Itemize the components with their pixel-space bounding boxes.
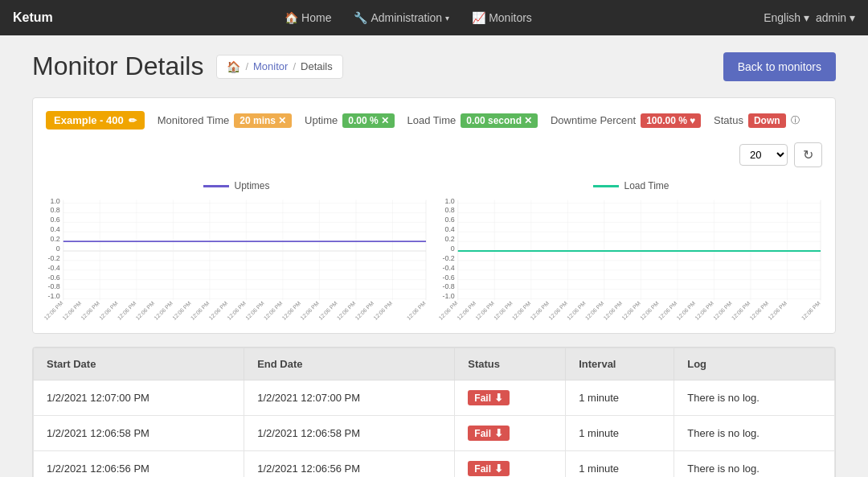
svg-text:12:06 PM: 12:06 PM: [493, 300, 514, 321]
svg-text:12:06 PM: 12:06 PM: [511, 300, 532, 321]
x-icon: ✕: [278, 115, 286, 126]
breadcrumb: 🏠 / Monitor / Details: [216, 55, 342, 79]
svg-text:0.6: 0.6: [50, 216, 59, 224]
down-arrow-icon: ⬇: [494, 463, 503, 475]
svg-text:12:06 PM: 12:06 PM: [153, 300, 174, 321]
monitor-header: Example - 400 ✏ Monitored Time 20 mins ✕…: [46, 111, 822, 167]
nav-monitors[interactable]: 📈 Monitors: [462, 6, 542, 29]
page-header: Monitor Details 🏠 / Monitor / Details Ba…: [32, 51, 836, 81]
monitor-name-label: Example - 400: [54, 114, 124, 126]
breadcrumb-home[interactable]: 🏠: [227, 60, 240, 73]
status-stat: Status Down ⓘ: [714, 113, 800, 128]
home-icon: 🏠: [285, 11, 298, 24]
svg-text:0.2: 0.2: [50, 235, 59, 243]
cell-end-date: 1/2/2021 12:07:00 PM: [244, 380, 455, 416]
svg-text:0: 0: [56, 245, 60, 253]
breadcrumb-details: Details: [301, 60, 333, 72]
uptime-x-icon: ✕: [381, 115, 389, 126]
data-table-card: Start Date End Date Status Interval Log …: [32, 347, 836, 477]
svg-text:12:06 PM: 12:06 PM: [226, 300, 247, 321]
user-caret: ▾: [850, 11, 855, 24]
nav-administration[interactable]: 🔧 Administration ▾: [344, 6, 459, 29]
svg-text:12:06 PM: 12:06 PM: [657, 300, 678, 321]
load-x-icon: ✕: [524, 115, 532, 126]
down-arrow-icon: ⬇: [494, 392, 503, 404]
brand-logo: Ketum: [13, 10, 53, 25]
uptime-legend-line: [203, 185, 229, 187]
svg-text:12:06 PM: 12:06 PM: [566, 300, 587, 321]
cell-start-date: 1/2/2021 12:06:58 PM: [34, 416, 244, 451]
load-time-stat: Load Time 0.00 second ✕: [407, 113, 538, 128]
cell-log: There is no log.: [674, 451, 835, 478]
svg-text:12:06 PM: 12:06 PM: [354, 300, 375, 321]
language-selector[interactable]: English ▾: [764, 11, 809, 24]
downtime-percent-stat: Downtime Percent 100.00 % ♥: [551, 113, 701, 128]
caret-icon: ▾: [445, 14, 449, 23]
svg-text:12:06 PM: 12:06 PM: [456, 300, 477, 321]
status-fail-badge: Fail ⬇: [468, 426, 510, 441]
navbar-right: English ▾ admin ▾: [764, 11, 855, 24]
svg-text:12:06 PM: 12:06 PM: [474, 300, 495, 321]
svg-text:12:06 PM: 12:06 PM: [694, 300, 714, 321]
svg-text:12:06 PM: 12:06 PM: [547, 300, 568, 321]
cell-start-date: 1/2/2021 12:06:56 PM: [34, 451, 244, 478]
svg-text:12:06 PM: 12:06 PM: [731, 300, 751, 321]
cell-log: There is no log.: [674, 380, 835, 416]
table-row: 1/2/2021 12:07:00 PM 1/2/2021 12:07:00 P…: [34, 380, 835, 416]
nav-home[interactable]: 🏠 Home: [275, 6, 341, 29]
col-status: Status: [455, 348, 566, 380]
user-menu[interactable]: admin ▾: [816, 11, 855, 24]
loadtime-legend: Load Time: [440, 180, 822, 191]
cell-interval: 1 minute: [566, 416, 674, 451]
svg-text:12:06 PM: 12:06 PM: [602, 300, 623, 321]
status-badge: Down: [748, 113, 786, 128]
uptimes-svg: 1.0 0.8 0.6 0.4 0.2 0 -0.2 -0.4 -0.6 -0.…: [46, 195, 428, 307]
status-info-icon[interactable]: ⓘ: [791, 114, 800, 126]
wrench-icon: 🔧: [354, 11, 367, 24]
svg-text:12:06 PM: 12:06 PM: [639, 300, 660, 321]
breadcrumb-sep-2: /: [293, 60, 296, 72]
svg-text:1.0: 1.0: [50, 197, 59, 205]
svg-text:12:06 PM: 12:06 PM: [620, 300, 641, 321]
svg-text:-1.0: -1.0: [47, 292, 59, 300]
col-end-date: End Date: [244, 348, 455, 380]
svg-text:12:06 PM: 12:06 PM: [61, 300, 82, 321]
svg-text:12:06 PM: 12:06 PM: [190, 300, 211, 321]
refresh-icon: ↻: [803, 148, 813, 162]
uptimes-legend: Uptimes: [46, 180, 428, 191]
charts-row: Uptimes 1.0 0.8 0.6 0.4 0.2 0 -0.2 -0.4 …: [46, 180, 822, 317]
cell-start-date: 1/2/2021 12:07:00 PM: [34, 380, 244, 416]
breadcrumb-monitor[interactable]: Monitor: [253, 60, 288, 72]
svg-text:-0.6: -0.6: [442, 273, 454, 282]
svg-text:12:06 PM: 12:06 PM: [584, 300, 605, 321]
svg-text:12:06 PM: 12:06 PM: [244, 300, 265, 321]
uptimes-chart: Uptimes 1.0 0.8 0.6 0.4 0.2 0 -0.2 -0.4 …: [46, 180, 428, 317]
cell-interval: 1 minute: [566, 380, 674, 416]
refresh-button[interactable]: ↻: [794, 142, 822, 167]
svg-text:12:06 PM: 12:06 PM: [263, 300, 284, 321]
cell-status: Fail ⬇: [455, 380, 566, 416]
svg-text:12:06 PM: 12:06 PM: [80, 300, 100, 321]
monitored-time-badge: 20 mins ✕: [234, 113, 292, 128]
svg-text:-1.0: -1.0: [442, 292, 454, 300]
svg-text:12:06 PM: 12:06 PM: [281, 300, 302, 321]
monitor-name-badge[interactable]: Example - 400 ✏: [46, 111, 145, 130]
col-start-date: Start Date: [34, 348, 244, 380]
navbar: Ketum 🏠 Home 🔧 Administration ▾ 📈 Monito…: [0, 0, 868, 35]
cell-status: Fail ⬇: [455, 451, 566, 478]
table-header-row: Start Date End Date Status Interval Log: [34, 348, 835, 380]
col-interval: Interval: [566, 348, 674, 380]
svg-text:0: 0: [451, 245, 455, 253]
svg-text:12:06 PM: 12:06 PM: [98, 300, 119, 321]
monitored-time-stat: Monitored Time 20 mins ✕: [158, 113, 292, 128]
svg-text:12:06 PM: 12:06 PM: [317, 300, 338, 321]
svg-text:12:06 PM: 12:06 PM: [117, 300, 137, 321]
cell-status: Fail ⬇: [455, 416, 566, 451]
svg-text:12:06 PM: 12:06 PM: [299, 300, 320, 321]
back-to-monitors-button[interactable]: Back to monitors: [723, 52, 836, 81]
loadtime-svg: 1.0 0.8 0.6 0.4 0.2 0 -0.2 -0.4 -0.6 -0.…: [440, 195, 822, 307]
load-time-badge: 0.00 second ✕: [461, 113, 538, 128]
count-select[interactable]: 20 50 100: [739, 144, 788, 166]
loadtime-legend-line: [593, 185, 619, 187]
monitor-table: Start Date End Date Status Interval Log …: [33, 347, 835, 477]
